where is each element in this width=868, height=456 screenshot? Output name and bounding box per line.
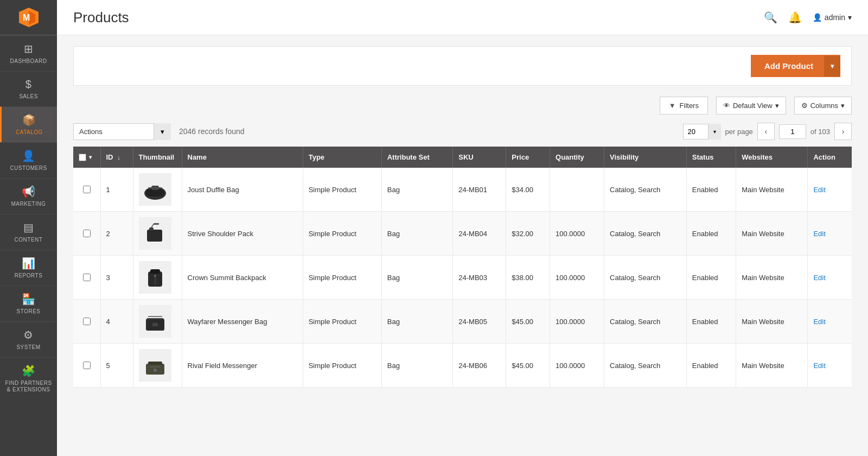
row-websites: Main Website bbox=[736, 344, 808, 388]
row-status: Enabled bbox=[686, 168, 736, 212]
col-id[interactable]: ID ↓ bbox=[100, 147, 133, 168]
product-thumbnail bbox=[139, 217, 171, 250]
sidebar-item-label: Dashboard bbox=[10, 58, 47, 65]
top-header: Products 🔍 🔔 👤 admin ▾ bbox=[57, 0, 868, 35]
row-type: Simple Product bbox=[303, 300, 381, 344]
row-thumbnail bbox=[133, 344, 182, 388]
sidebar-item-content[interactable]: ▤ Content bbox=[0, 214, 57, 250]
row-checkbox[interactable] bbox=[83, 186, 91, 193]
row-name: Crown Summit Backpack bbox=[182, 256, 303, 300]
next-page-button[interactable]: › bbox=[834, 123, 852, 140]
row-sku: 24-MB03 bbox=[453, 256, 506, 300]
records-count: 2046 records found bbox=[179, 127, 245, 136]
header-checkbox-dropdown-arrow[interactable]: ▾ bbox=[89, 154, 92, 160]
notification-icon[interactable]: 🔔 bbox=[788, 11, 802, 24]
svg-rect-7 bbox=[147, 230, 162, 242]
row-quantity: 100.0000 bbox=[550, 344, 604, 388]
row-checkbox[interactable] bbox=[83, 230, 91, 237]
product-thumbnail bbox=[139, 305, 171, 338]
row-checkbox[interactable] bbox=[83, 274, 91, 281]
system-icon: ⚙ bbox=[23, 328, 34, 341]
row-attribute-set: Bag bbox=[381, 300, 453, 344]
row-visibility: Catalog, Search bbox=[604, 212, 687, 256]
row-visibility: Catalog, Search bbox=[604, 300, 687, 344]
col-sku[interactable]: SKU bbox=[453, 147, 506, 168]
sort-arrow-icon: ↓ bbox=[117, 154, 120, 161]
sidebar-item-find-partners[interactable]: 🧩 Find Partners & Extensions bbox=[0, 357, 57, 400]
col-name[interactable]: Name bbox=[182, 147, 303, 168]
row-attribute-set: Bag bbox=[381, 344, 453, 388]
columns-button[interactable]: ⚙ Columns ▾ bbox=[794, 97, 852, 115]
col-visibility[interactable]: Visibility bbox=[604, 147, 687, 168]
content-icon: ▤ bbox=[23, 221, 34, 234]
row-checkbox[interactable] bbox=[83, 362, 91, 369]
per-page-wrapper: 20 ▾ bbox=[683, 124, 721, 140]
sidebar-item-sales[interactable]: $ Sales bbox=[0, 71, 57, 106]
row-status: Enabled bbox=[686, 212, 736, 256]
customers-icon: 👤 bbox=[22, 149, 36, 162]
sidebar-item-marketing[interactable]: 📢 Marketing bbox=[0, 178, 57, 214]
row-type: Simple Product bbox=[303, 212, 381, 256]
prev-page-button[interactable]: ‹ bbox=[757, 123, 775, 140]
row-checkbox[interactable] bbox=[83, 318, 91, 325]
edit-link[interactable]: Edit bbox=[813, 318, 825, 326]
row-id: 4 bbox=[100, 300, 133, 344]
row-thumbnail bbox=[133, 168, 182, 212]
current-page-input[interactable] bbox=[779, 124, 806, 139]
svg-rect-8 bbox=[149, 227, 154, 231]
col-websites[interactable]: Websites bbox=[736, 147, 808, 168]
edit-link[interactable]: Edit bbox=[813, 186, 825, 194]
sidebar-item-label: Sales bbox=[19, 93, 38, 100]
col-status[interactable]: Status bbox=[686, 147, 736, 168]
row-action: Edit bbox=[808, 300, 852, 344]
row-name: Rival Field Messenger bbox=[182, 344, 303, 388]
add-product-dropdown-arrow[interactable]: ▾ bbox=[824, 56, 840, 77]
col-price[interactable]: Price bbox=[506, 147, 550, 168]
col-attribute-set[interactable]: Attribute Set bbox=[381, 147, 453, 168]
col-type[interactable]: Type bbox=[303, 147, 381, 168]
sidebar-item-label: System bbox=[16, 344, 40, 351]
row-sku: 24-MB06 bbox=[453, 344, 506, 388]
admin-menu-button[interactable]: 👤 admin ▾ bbox=[813, 13, 852, 22]
sidebar-item-customers[interactable]: 👤 Customers bbox=[0, 142, 57, 178]
row-quantity: 100.0000 bbox=[550, 256, 604, 300]
edit-link[interactable]: Edit bbox=[813, 362, 825, 370]
row-price: $32.00 bbox=[506, 212, 550, 256]
sidebar-item-catalog[interactable]: 📦 Catalog bbox=[0, 106, 57, 142]
filters-button[interactable]: ▼ Filters bbox=[660, 97, 708, 115]
sidebar-item-stores[interactable]: 🏪 Stores bbox=[0, 286, 57, 321]
select-all-checkbox[interactable] bbox=[79, 154, 86, 161]
sidebar-item-dashboard[interactable]: ⊞ Dashboard bbox=[0, 35, 57, 71]
add-product-button[interactable]: Add Product ▾ bbox=[751, 55, 840, 77]
row-select bbox=[73, 212, 100, 256]
filters-label: Filters bbox=[680, 102, 699, 110]
row-price: $34.00 bbox=[506, 168, 550, 212]
row-websites: Main Website bbox=[736, 300, 808, 344]
search-icon[interactable]: 🔍 bbox=[764, 11, 777, 24]
default-view-button[interactable]: 👁 Default View ▾ bbox=[716, 97, 786, 115]
row-action: Edit bbox=[808, 256, 852, 300]
row-id: 1 bbox=[100, 168, 133, 212]
edit-link[interactable]: Edit bbox=[813, 230, 825, 238]
columns-label: Columns bbox=[810, 102, 838, 110]
row-thumbnail bbox=[133, 300, 182, 344]
catalog-icon: 📦 bbox=[22, 113, 36, 126]
row-quantity: 100.0000 bbox=[550, 212, 604, 256]
sidebar-item-reports[interactable]: 📊 Reports bbox=[0, 250, 57, 286]
edit-link[interactable]: Edit bbox=[813, 274, 825, 282]
row-name: Wayfarer Messenger Bag bbox=[182, 300, 303, 344]
row-action: Edit bbox=[808, 168, 852, 212]
row-select bbox=[73, 256, 100, 300]
sidebar-item-label: Find Partners & Extensions bbox=[3, 380, 54, 393]
sidebar-item-label: Catalog bbox=[16, 129, 43, 136]
admin-dropdown-arrow-icon: ▾ bbox=[848, 13, 852, 22]
per-page-select[interactable]: 20 bbox=[683, 124, 721, 140]
actions-select[interactable]: Actions bbox=[73, 123, 171, 140]
col-quantity[interactable]: Quantity bbox=[550, 147, 604, 168]
sidebar-item-system[interactable]: ⚙ System bbox=[0, 321, 57, 357]
default-view-label: Default View bbox=[733, 102, 773, 110]
col-select: ▾ bbox=[73, 147, 100, 168]
row-price: $45.00 bbox=[506, 344, 550, 388]
add-product-bar: Add Product ▾ bbox=[73, 46, 852, 86]
row-select bbox=[73, 300, 100, 344]
